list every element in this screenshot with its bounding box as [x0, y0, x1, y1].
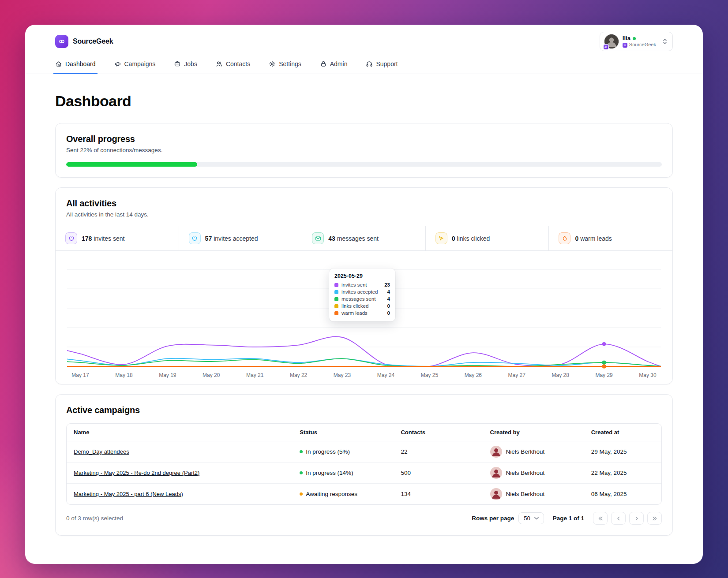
- stat-text: 178invites sent: [82, 235, 124, 242]
- megaphone-icon: [114, 60, 121, 67]
- org-logo-icon: [623, 43, 627, 48]
- tab-admin[interactable]: Admin: [318, 56, 349, 74]
- briefcase-icon: [174, 60, 181, 67]
- status-text: Awaiting responses: [306, 491, 357, 497]
- creator-avatar: [490, 467, 502, 479]
- created-at: 22 May, 2025: [584, 462, 661, 484]
- overall-progress-title: Overall progress: [66, 134, 662, 144]
- tab-campaigns[interactable]: Campaigns: [113, 56, 158, 74]
- tooltip-row: warm leads0: [334, 310, 390, 316]
- rows-per-page-select[interactable]: 50: [518, 512, 544, 524]
- main-nav: DashboardCampaignsJobsContactsSettingsAd…: [25, 56, 703, 74]
- status-badge: In progress (5%): [300, 448, 387, 455]
- table-footer: 0 of 3 row(s) selected Rows per page 50 …: [66, 512, 662, 525]
- table-row[interactable]: Marketing - May 2025 - part 6 (New Leads…: [67, 484, 661, 505]
- tab-label: Contacts: [226, 60, 250, 67]
- svg-text:May 24: May 24: [377, 372, 395, 378]
- chart-tooltip-date: 2025-05-29: [334, 273, 390, 279]
- progress-bar: [66, 162, 662, 167]
- chevron-down-icon: [534, 517, 539, 520]
- stat-text: 0warm leads: [575, 235, 612, 242]
- heart-icon: [65, 232, 77, 244]
- stat-text: 57invites accepted: [205, 235, 258, 242]
- status-text: In progress (14%): [306, 470, 353, 476]
- overall-progress-subtitle: Sent 22% of connections/messages.: [66, 147, 662, 153]
- svg-text:May 22: May 22: [290, 372, 308, 378]
- tab-label: Support: [376, 60, 398, 67]
- creator-avatar: [490, 446, 502, 458]
- overall-progress-card: Overall progress Sent 22% of connections…: [55, 123, 673, 178]
- tab-jobs[interactable]: Jobs: [172, 56, 199, 74]
- column-header-contacts: Contacts: [394, 424, 483, 441]
- avatar-org-badge-icon: [603, 44, 609, 50]
- app-logo-icon: [55, 35, 68, 48]
- svg-text:May 20: May 20: [203, 372, 220, 378]
- home-icon: [55, 60, 62, 67]
- svg-text:May 27: May 27: [508, 372, 526, 378]
- creator-name: Niels Berkhout: [506, 448, 545, 455]
- double-chevron-right-icon: [652, 516, 658, 521]
- chevron-left-icon: [616, 516, 621, 521]
- activity-stats-row: 178invites sent57invites accepted43messa…: [56, 226, 672, 251]
- tab-support[interactable]: Support: [364, 56, 399, 74]
- series-label: warm leads: [341, 310, 368, 316]
- previous-page-button[interactable]: [611, 512, 626, 525]
- tooltip-row: messages sent4: [334, 296, 390, 302]
- tab-settings[interactable]: Settings: [267, 56, 303, 74]
- series-swatch: [334, 297, 338, 301]
- table-row[interactable]: Marketing - May 2025 - Re-do 2nd degree …: [67, 462, 661, 484]
- last-page-button[interactable]: [647, 512, 662, 525]
- stat-links-clicked: 0links clicked: [426, 226, 549, 250]
- tab-contacts[interactable]: Contacts: [214, 56, 252, 74]
- contacts-count: 134: [394, 484, 483, 505]
- campaigns-card: Active campaigns NameStatusContactsCreat…: [55, 394, 673, 536]
- campaign-link[interactable]: Marketing - May 2025 - Re-do 2nd degree …: [74, 470, 199, 476]
- chevron-up-down-icon: [662, 38, 668, 45]
- mail-icon: [312, 232, 324, 244]
- svg-text:May 17: May 17: [71, 372, 89, 378]
- tab-dashboard[interactable]: Dashboard: [53, 56, 98, 74]
- users-icon: [216, 60, 223, 67]
- tab-label: Admin: [330, 60, 348, 67]
- chevron-right-icon: [634, 516, 639, 521]
- series-swatch: [334, 290, 338, 294]
- stat-warm-leads: 0warm leads: [549, 226, 672, 250]
- campaigns-title: Active campaigns: [66, 405, 662, 415]
- series-label: messages sent: [341, 296, 375, 302]
- svg-text:May 21: May 21: [246, 372, 264, 378]
- series-swatch: [334, 311, 338, 315]
- status-badge: In progress (14%): [300, 470, 387, 476]
- stat-invites-sent: 178invites sent: [56, 226, 179, 250]
- stat-text: 0links clicked: [452, 235, 490, 242]
- column-header-status: Status: [293, 424, 394, 441]
- flame-icon: [559, 232, 570, 244]
- page-title: Dashboard: [55, 93, 673, 110]
- activities-card: All activities All activities in the las…: [55, 187, 673, 384]
- activities-chart[interactable]: May 17May 18May 19May 20May 21May 22May …: [56, 251, 672, 384]
- svg-text:May 23: May 23: [334, 372, 351, 378]
- table-row[interactable]: Demo_Day attendeesIn progress (5%)22Niel…: [67, 441, 661, 462]
- next-page-button[interactable]: [629, 512, 644, 525]
- user-org: SourceGeek: [629, 42, 656, 48]
- campaign-link[interactable]: Demo_Day attendees: [74, 448, 129, 455]
- brand[interactable]: SourceGeek: [55, 35, 113, 48]
- user-menu[interactable]: Ilia SourceGeek: [600, 32, 673, 51]
- created-at: 06 May, 2025: [584, 484, 661, 505]
- series-swatch: [334, 304, 338, 308]
- creator-name: Niels Berkhout: [506, 491, 545, 497]
- rows-per-page-label: Rows per page: [472, 515, 514, 522]
- app-header: SourceGeek Ilia S: [25, 25, 703, 56]
- tooltip-row: links clicked0: [334, 303, 390, 309]
- status-text: In progress (5%): [306, 448, 350, 455]
- campaign-link[interactable]: Marketing - May 2025 - part 6 (New Leads…: [74, 491, 183, 497]
- tab-label: Settings: [279, 60, 301, 67]
- status-dot: [300, 492, 303, 496]
- contacts-count: 500: [394, 462, 483, 484]
- activities-title: All activities: [66, 198, 662, 209]
- contacts-count: 22: [394, 441, 483, 462]
- svg-text:May 30: May 30: [639, 372, 657, 378]
- first-page-button[interactable]: [593, 512, 608, 525]
- app-window: SourceGeek Ilia S: [25, 25, 703, 564]
- chart-tooltip: 2025-05-29 invites sent23invites accepte…: [329, 268, 395, 321]
- double-chevron-left-icon: [597, 516, 604, 521]
